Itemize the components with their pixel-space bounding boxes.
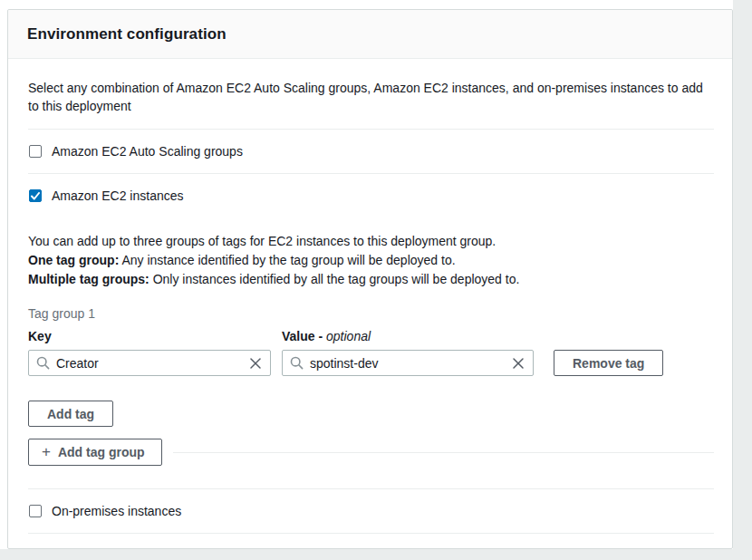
divider	[173, 452, 714, 453]
clear-key-icon[interactable]	[249, 357, 262, 370]
key-input-wrap	[28, 350, 271, 376]
remove-tag-button[interactable]: Remove tag	[554, 350, 663, 376]
add-tag-group-label: Add tag group	[58, 445, 145, 459]
value-label: Value - optional	[282, 329, 534, 343]
option-row-onprem: On-premises instances	[28, 489, 714, 533]
card-header: Environment configuration	[8, 10, 732, 59]
add-tag-button[interactable]: Add tag	[28, 401, 113, 427]
key-label: Key	[28, 329, 271, 343]
option-row-ec2: Amazon EC2 instances	[28, 174, 714, 217]
onprem-checkbox-label[interactable]: On-premises instances	[52, 504, 181, 518]
card-title: Environment configuration	[27, 25, 714, 43]
page-background-bottom	[0, 549, 752, 560]
tag-help-multiple: Multiple tag groups: Only instances iden…	[28, 270, 714, 289]
search-icon	[36, 356, 50, 370]
divider	[28, 533, 714, 534]
tag-group-title: Tag group 1	[28, 306, 714, 321]
search-icon	[290, 356, 304, 370]
value-input[interactable]	[310, 356, 506, 371]
tag-help-one: One tag group: Any instance identified b…	[28, 251, 714, 270]
asg-checkbox-label[interactable]: Amazon EC2 Auto Scaling groups	[52, 144, 243, 159]
add-tag-group-button[interactable]: + Add tag group	[28, 439, 162, 466]
page-background-right	[733, 0, 752, 560]
asg-checkbox[interactable]	[29, 145, 42, 158]
value-input-wrap	[282, 350, 534, 376]
card-description: Select any combination of Amazon EC2 Aut…	[28, 79, 708, 115]
plus-icon: +	[42, 444, 51, 459]
ec2-checkbox-label[interactable]: Amazon EC2 instances	[52, 188, 184, 203]
add-tag-group-row: + Add tag group	[28, 439, 714, 466]
tag-help-intro: You can add up to three groups of tags f…	[28, 232, 714, 251]
value-optional-label: optional	[326, 329, 371, 343]
card-body: Select any combination of Amazon EC2 Aut…	[8, 59, 732, 534]
clear-value-icon[interactable]	[512, 357, 525, 370]
option-row-asg: Amazon EC2 Auto Scaling groups	[28, 130, 714, 173]
environment-configuration-card: Environment configuration Select any com…	[7, 9, 733, 549]
checkmark-icon	[31, 192, 40, 200]
onprem-checkbox[interactable]	[29, 505, 42, 517]
tag-row: Key Value - optional	[28, 329, 714, 376]
tag-help-text: You can add up to three groups of tags f…	[28, 232, 714, 289]
value-field: Value - optional	[282, 329, 534, 376]
key-field: Key	[28, 329, 271, 376]
key-input[interactable]	[56, 356, 243, 371]
ec2-checkbox[interactable]	[29, 189, 42, 202]
